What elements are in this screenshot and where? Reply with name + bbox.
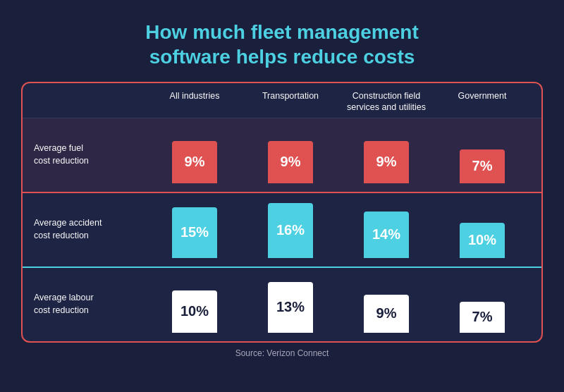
accident-bar-all-value: 15% — [172, 207, 217, 258]
fuel-bar-construction-value: 9% — [364, 141, 409, 183]
fuel-bar-transport-value: 9% — [268, 141, 313, 183]
row-fuel: Average fuelcost reduction 9% 9% 9% 7% — [23, 118, 541, 193]
fuel-bar-government: 7% — [434, 127, 530, 183]
fuel-row-label: Average fuelcost reduction — [34, 142, 147, 167]
accident-bar-construction-value: 14% — [364, 212, 409, 258]
chart-header: All industries Transportation Constructi… — [23, 83, 541, 118]
row-accident: Average accidentcost reduction 15% 16% 1… — [23, 193, 541, 268]
source-text: Source: Verizon Connect — [235, 348, 329, 358]
labour-bar-government-value: 7% — [460, 302, 505, 333]
labour-bar-government: 7% — [434, 276, 530, 333]
labour-bar-transport: 13% — [243, 276, 338, 333]
fuel-bar-transport: 9% — [243, 127, 338, 183]
accident-bar-construction: 14% — [338, 202, 434, 258]
col-label-transport: Transportation — [243, 90, 338, 114]
labour-bar-all-value: 10% — [172, 290, 217, 333]
labour-bar-construction: 9% — [338, 276, 434, 333]
labour-row-label: Average labourcost reduction — [34, 292, 147, 317]
accident-bar-transport-value: 16% — [268, 203, 313, 258]
labour-bar-construction-value: 9% — [364, 295, 409, 333]
chart-title: How much fleet management software helps… — [145, 20, 418, 69]
col-label-government: Government — [434, 90, 530, 114]
labour-bar-transport-value: 13% — [268, 282, 313, 333]
accident-row-label: Average accidentcost reduction — [34, 217, 147, 242]
accident-bar-transport: 16% — [243, 202, 338, 258]
col-label-all: All industries — [147, 90, 243, 114]
fuel-bar-all: 9% — [147, 127, 243, 183]
chart-container: All industries Transportation Constructi… — [21, 82, 543, 343]
title-area: How much fleet management software helps… — [103, 0, 460, 82]
fuel-bar-all-value: 9% — [172, 141, 217, 183]
accident-bar-all: 15% — [147, 202, 243, 258]
source-line: Source: Verizon Connect — [230, 343, 335, 364]
labour-bar-all: 10% — [147, 276, 243, 333]
accident-bar-government-value: 10% — [460, 223, 505, 258]
row-labour: Average labourcost reduction 10% 13% 9% … — [23, 268, 541, 341]
fuel-bar-government-value: 7% — [460, 149, 505, 183]
row-header-empty — [34, 90, 147, 114]
accident-bar-government: 10% — [434, 202, 530, 258]
col-label-construction: Construction fieldservices and utilities — [338, 90, 434, 114]
fuel-bar-construction: 9% — [338, 127, 434, 183]
